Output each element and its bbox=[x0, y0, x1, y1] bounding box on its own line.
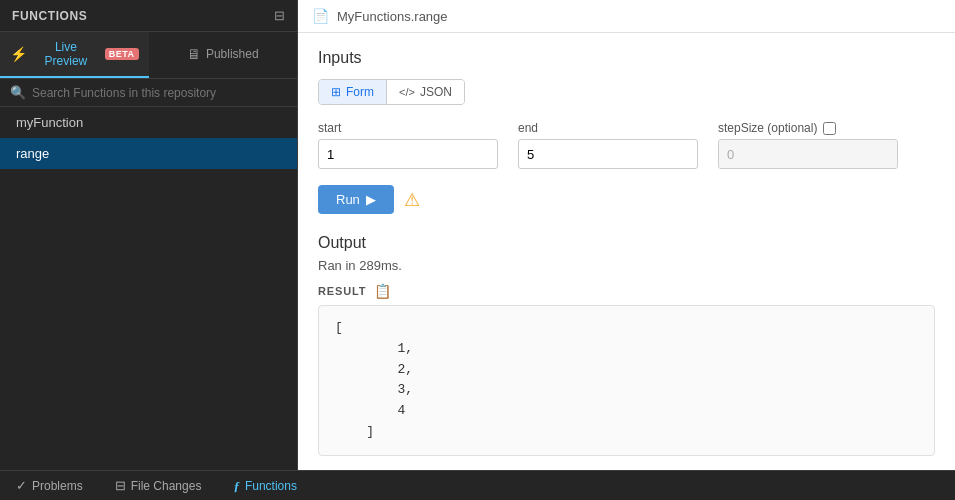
input-group-stepsize: stepSize (optional) ▲ ▼ bbox=[718, 121, 898, 169]
result-code: [ 1, 2, 3, 4 ] bbox=[335, 318, 918, 443]
function-list: myFunction range bbox=[0, 107, 297, 470]
functions-label: Functions bbox=[245, 479, 297, 493]
output-timing: Ran in 289ms. bbox=[318, 258, 935, 273]
inputs-section: Inputs ⊞ Form </> JSON start bbox=[318, 49, 935, 214]
search-input[interactable] bbox=[32, 86, 287, 100]
function-item-myfunction[interactable]: myFunction bbox=[0, 107, 297, 138]
sidebar-tab-row: ⚡ Live Preview BETA 🖥 Published bbox=[0, 32, 297, 79]
sidebar-collapse-button[interactable]: ⊟ bbox=[274, 8, 285, 23]
json-icon: </> bbox=[399, 86, 415, 98]
start-input[interactable] bbox=[319, 140, 498, 168]
run-row: Run ▶ ⚠ bbox=[318, 185, 935, 214]
file-icon: 📄 bbox=[312, 8, 329, 24]
bottom-item-functions[interactable]: ƒ Functions bbox=[227, 476, 303, 496]
result-box: [ 1, 2, 3, 4 ] bbox=[318, 305, 935, 456]
result-header: RESULT 📋 bbox=[318, 283, 935, 299]
file-changes-icon: ⊟ bbox=[115, 478, 126, 493]
inputs-row: start ▲ ▼ end bbox=[318, 121, 935, 169]
sidebar: Functions ⊟ ⚡ Live Preview BETA 🖥 Publis… bbox=[0, 0, 298, 470]
end-input[interactable] bbox=[519, 140, 698, 168]
warning-icon: ⚠ bbox=[404, 189, 420, 211]
result-label: RESULT bbox=[318, 285, 366, 297]
run-play-icon: ▶ bbox=[366, 192, 376, 207]
beta-badge: BETA bbox=[105, 48, 139, 60]
published-icon: 🖥 bbox=[187, 46, 201, 62]
live-preview-label: Live Preview bbox=[32, 40, 100, 68]
bottom-item-problems[interactable]: ✓ Problems bbox=[10, 476, 89, 495]
live-preview-icon: ⚡ bbox=[10, 46, 27, 62]
stepsize-checkbox[interactable] bbox=[823, 122, 836, 135]
function-item-range[interactable]: range bbox=[0, 138, 297, 169]
tab-published[interactable]: 🖥 Published bbox=[149, 32, 298, 78]
output-section: Output Ran in 289ms. RESULT 📋 [ 1, 2, 3,… bbox=[318, 234, 935, 456]
sidebar-header: Functions ⊟ bbox=[0, 0, 297, 32]
search-box: 🔍 bbox=[0, 79, 297, 107]
stepsize-input-wrap: ▲ ▼ bbox=[718, 139, 898, 169]
tab-live-preview[interactable]: ⚡ Live Preview BETA bbox=[0, 32, 149, 78]
bottom-bar: ✓ Problems ⊟ File Changes ƒ Functions bbox=[0, 470, 955, 500]
input-group-start: start ▲ ▼ bbox=[318, 121, 498, 169]
run-button[interactable]: Run ▶ bbox=[318, 185, 394, 214]
content-body: Inputs ⊞ Form </> JSON start bbox=[298, 33, 955, 470]
problems-icon: ✓ bbox=[16, 478, 27, 493]
file-changes-label: File Changes bbox=[131, 479, 202, 493]
published-label: Published bbox=[206, 47, 259, 61]
content-header: 📄 MyFunctions.range bbox=[298, 0, 955, 33]
form-icon: ⊞ bbox=[331, 85, 341, 99]
start-input-wrap: ▲ ▼ bbox=[318, 139, 498, 169]
stepsize-input bbox=[719, 140, 898, 168]
breadcrumb: MyFunctions.range bbox=[337, 9, 448, 24]
input-tabs: ⊞ Form </> JSON bbox=[318, 79, 465, 105]
start-label: start bbox=[318, 121, 498, 135]
functions-icon: ƒ bbox=[233, 478, 240, 494]
end-input-wrap: ▲ ▼ bbox=[518, 139, 698, 169]
run-label: Run bbox=[336, 192, 360, 207]
main-content: 📄 MyFunctions.range Inputs ⊞ Form </> JS… bbox=[298, 0, 955, 470]
input-group-end: end ▲ ▼ bbox=[518, 121, 698, 169]
sidebar-title: Functions bbox=[12, 9, 87, 23]
search-icon: 🔍 bbox=[10, 85, 26, 100]
copy-result-button[interactable]: 📋 bbox=[374, 283, 391, 299]
bottom-item-file-changes[interactable]: ⊟ File Changes bbox=[109, 476, 208, 495]
output-label: Output bbox=[318, 234, 935, 252]
end-label: end bbox=[518, 121, 698, 135]
tab-json[interactable]: </> JSON bbox=[387, 80, 464, 104]
stepsize-label: stepSize (optional) bbox=[718, 121, 898, 135]
inputs-label: Inputs bbox=[318, 49, 935, 67]
problems-label: Problems bbox=[32, 479, 83, 493]
tab-form[interactable]: ⊞ Form bbox=[319, 80, 387, 104]
